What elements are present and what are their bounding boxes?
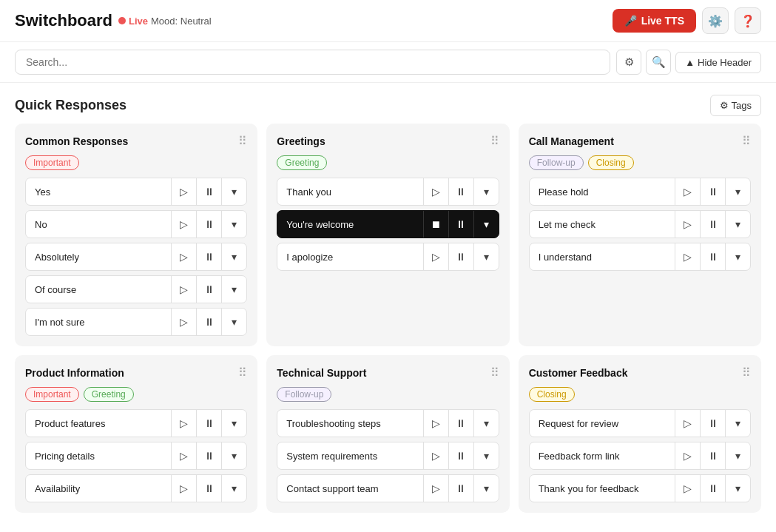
play-button[interactable]: ▷: [423, 410, 448, 437]
drag-handle-icon[interactable]: ⠿: [238, 366, 247, 380]
hide-header-button[interactable]: ▲ Hide Header: [675, 52, 761, 73]
drag-handle-icon[interactable]: ⠿: [742, 366, 751, 380]
response-item: Request for review▷⏸▾: [529, 409, 751, 437]
play-button[interactable]: ▷: [675, 410, 700, 437]
more-button[interactable]: ▾: [221, 276, 246, 303]
response-label: Thank you for feedback: [530, 477, 675, 501]
response-label: Troubleshooting steps: [277, 411, 422, 436]
more-button[interactable]: ▾: [725, 178, 750, 205]
more-button[interactable]: ▾: [221, 243, 246, 270]
panel-technical-support: Technical Support⠿Follow-upTroubleshooti…: [266, 355, 509, 513]
panel-tags: ImportantGreeting: [25, 387, 247, 402]
more-button[interactable]: ▾: [221, 442, 246, 469]
play-button[interactable]: ▷: [171, 211, 196, 238]
help-icon: ❓: [740, 14, 755, 28]
pause-button[interactable]: ⏸: [196, 309, 221, 335]
filter-button[interactable]: ⚙: [616, 50, 641, 75]
play-button[interactable]: ▷: [423, 475, 448, 502]
response-item: Let me check▷⏸▾: [529, 210, 751, 238]
pause-button[interactable]: ⏸: [448, 211, 473, 238]
more-button[interactable]: ▾: [473, 410, 499, 437]
live-indicator: Live Mood: Neutral: [118, 16, 212, 27]
live-text: Live: [129, 16, 148, 27]
response-item: Product features▷⏸▾: [25, 409, 247, 437]
settings-button[interactable]: ⚙️: [702, 7, 729, 34]
response-label: I understand: [530, 245, 675, 269]
pause-button[interactable]: ⏸: [700, 178, 725, 205]
panel-greetings: Greetings⠿GreetingThank you▷⏸▾You're wel…: [266, 124, 509, 346]
play-button[interactable]: ▷: [675, 475, 700, 502]
drag-handle-icon[interactable]: ⠿: [490, 134, 499, 148]
live-tts-button[interactable]: 🎤 Live TTS: [613, 9, 696, 33]
pause-button[interactable]: ⏸: [448, 178, 473, 205]
pause-button[interactable]: ⏸: [448, 475, 473, 502]
play-button[interactable]: ▷: [423, 243, 448, 270]
more-button[interactable]: ▾: [725, 442, 750, 469]
more-button[interactable]: ▾: [725, 410, 750, 437]
drag-handle-icon[interactable]: ⠿: [238, 134, 247, 148]
more-button[interactable]: ▾: [473, 243, 499, 270]
more-button[interactable]: ▾: [725, 211, 750, 238]
search-input[interactable]: [15, 50, 610, 75]
response-label: Product features: [26, 411, 171, 436]
more-button[interactable]: ▾: [221, 475, 246, 502]
more-button[interactable]: ▾: [221, 309, 246, 335]
help-button[interactable]: ❓: [735, 7, 761, 34]
panel-product-information: Product Information⠿ImportantGreetingPro…: [15, 355, 257, 513]
response-label: Absolutely: [26, 245, 171, 269]
filter-icon: ⚙: [624, 55, 634, 69]
play-button[interactable]: ▷: [171, 410, 196, 437]
panel-tags: Closing: [529, 387, 751, 402]
tags-button[interactable]: ⚙ Tags: [710, 95, 761, 116]
pause-button[interactable]: ⏸: [700, 410, 725, 437]
more-button[interactable]: ▾: [221, 178, 246, 205]
play-button[interactable]: ▷: [171, 475, 196, 502]
pause-button[interactable]: ⏸: [196, 442, 221, 469]
more-button[interactable]: ▾: [725, 243, 750, 270]
drag-handle-icon[interactable]: ⠿: [742, 134, 751, 148]
play-button[interactable]: ▷: [675, 243, 700, 270]
more-button[interactable]: ▾: [473, 178, 499, 205]
response-item: Troubleshooting steps▷⏸▾: [277, 409, 499, 437]
pause-button[interactable]: ⏸: [448, 410, 473, 437]
play-button[interactable]: ▷: [423, 442, 448, 469]
play-button[interactable]: ▷: [675, 178, 700, 205]
more-button[interactable]: ▾: [473, 442, 499, 469]
pause-button[interactable]: ⏸: [196, 211, 221, 238]
pause-button[interactable]: ⏸: [448, 442, 473, 469]
response-label: Of course: [26, 277, 171, 302]
play-button[interactable]: ⏹: [423, 211, 448, 238]
more-button[interactable]: ▾: [725, 475, 750, 502]
more-button[interactable]: ▾: [221, 211, 246, 238]
panel-tags: Greeting: [277, 155, 499, 170]
play-button[interactable]: ▷: [171, 442, 196, 469]
more-button[interactable]: ▾: [221, 410, 246, 437]
response-label: System requirements: [277, 444, 422, 468]
pause-button[interactable]: ⏸: [700, 211, 725, 238]
search-button[interactable]: 🔍: [646, 50, 671, 75]
panel-header: Greetings⠿: [277, 134, 499, 148]
play-button[interactable]: ▷: [675, 211, 700, 238]
play-button[interactable]: ▷: [171, 309, 196, 335]
play-button[interactable]: ▷: [171, 243, 196, 270]
drag-handle-icon[interactable]: ⠿: [490, 366, 499, 380]
play-button[interactable]: ▷: [171, 178, 196, 205]
pause-button[interactable]: ⏸: [196, 276, 221, 303]
more-button[interactable]: ▾: [473, 211, 499, 238]
play-button[interactable]: ▷: [423, 178, 448, 205]
pause-button[interactable]: ⏸: [196, 243, 221, 270]
pause-button[interactable]: ⏸: [700, 442, 725, 469]
pause-button[interactable]: ⏸: [448, 243, 473, 270]
tags-icon: ⚙: [720, 100, 729, 111]
play-button[interactable]: ▷: [675, 442, 700, 469]
pause-button[interactable]: ⏸: [196, 178, 221, 205]
response-item: Feedback form link▷⏸▾: [529, 442, 751, 470]
more-button[interactable]: ▾: [473, 475, 499, 502]
response-item: Contact support team▷⏸▾: [277, 474, 499, 502]
panel-header: Customer Feedback⠿: [529, 366, 751, 380]
pause-button[interactable]: ⏸: [700, 243, 725, 270]
pause-button[interactable]: ⏸: [196, 475, 221, 502]
play-button[interactable]: ▷: [171, 276, 196, 303]
pause-button[interactable]: ⏸: [700, 475, 725, 502]
pause-button[interactable]: ⏸: [196, 410, 221, 437]
